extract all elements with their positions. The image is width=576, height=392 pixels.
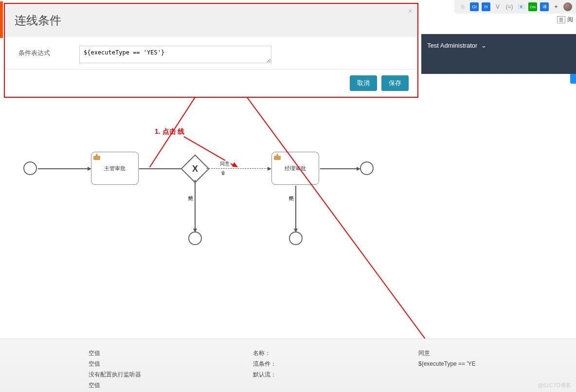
prop-flowcond-label[interactable]: 流条件： — [253, 358, 418, 369]
user-task-supervisor[interactable]: 主管审批 — [91, 152, 139, 185]
seq-flow-3[interactable] — [320, 168, 359, 169]
props-col-1: 空值 空值 没有配置执行监听器 空值 — [0, 348, 253, 391]
modal-title: 连线条件 — [15, 13, 408, 28]
properties-panel: 空值 空值 没有配置执行监听器 空值 名称： 流条件： 默认流： 同意 ${ex… — [0, 339, 576, 392]
app-header: Test Administrator ⌄ — [421, 34, 576, 74]
seq-flow-agree-head — [268, 167, 271, 171]
user-task-manager[interactable]: 经理审批 — [271, 152, 319, 185]
ext-icon-5[interactable]: 📧 — [517, 2, 525, 11]
prop-no-listener: 没有配置执行监听器 — [89, 369, 253, 380]
reader-mode-icon[interactable]: ☰ — [557, 16, 565, 23]
prop-default-label: 默认流： — [253, 369, 418, 380]
seq-flow-reject2[interactable] — [295, 186, 296, 231]
props-col-2: 名称： 流条件： 默认流： — [253, 348, 418, 391]
ext-icon-1[interactable]: Gt — [470, 2, 479, 11]
condition-expression-input[interactable] — [79, 46, 271, 63]
browser-extensions-bar: ☆ Gt H V (=) 📧 ON 译 ✦ — [454, 0, 576, 14]
task1-label: 主管审批 — [104, 165, 126, 172]
seq-flow-agree[interactable] — [206, 168, 270, 169]
seq-flow-2[interactable] — [139, 168, 185, 169]
gateway-x-icon: X — [185, 159, 205, 179]
end-event-reject2[interactable] — [289, 232, 303, 245]
browser-sub-bar: ☰ 阅 — [557, 16, 573, 24]
left-accent-strip — [0, 1, 3, 38]
prop-name-label: 名称： — [253, 348, 418, 358]
modal-body: 条件表达式 — [5, 37, 417, 69]
trash-icon[interactable]: 🗑 — [221, 170, 226, 176]
ext-icon-puzzle[interactable]: ✦ — [552, 2, 560, 11]
ext-icon-2[interactable]: H — [482, 2, 490, 11]
prop-empty-2: 空值 — [89, 358, 253, 369]
modal-header: 连线条件 × — [5, 4, 417, 37]
end-event-main[interactable] — [360, 161, 374, 175]
modal-footer: 取消 保存 — [5, 69, 417, 97]
ext-icon-3[interactable]: V — [493, 2, 502, 11]
seq-flow-1[interactable] — [38, 168, 90, 169]
anno-step2-line — [222, 63, 450, 373]
prop-empty-1: 空值 — [89, 348, 253, 358]
start-event[interactable] — [23, 161, 37, 175]
condition-expression-label: 条件表达式 — [18, 49, 50, 57]
end-event-reject1[interactable] — [188, 232, 202, 245]
ext-icon-on[interactable]: ON — [528, 2, 537, 11]
user-dropdown[interactable]: Test Administrator ⌄ — [427, 42, 486, 49]
exclusive-gateway[interactable]: X — [185, 159, 205, 179]
user-name: Test Administrator — [427, 42, 477, 49]
flow-condition-modal: 连线条件 × 条件表达式 取消 保存 — [4, 3, 418, 98]
task2-label: 经理审批 — [285, 165, 306, 172]
chevron-down-icon: ⌄ — [481, 42, 486, 49]
annotation-step1: 1. 点击 线 — [155, 127, 184, 136]
prop-flowcond-value[interactable]: ${executeType == 'YE — [418, 358, 576, 369]
flow-label-agree: 同意 — [219, 160, 231, 167]
ext-icon-4[interactable]: (=) — [505, 2, 514, 11]
bookmark-star-icon[interactable]: ☆ — [458, 2, 467, 11]
profile-avatar[interactable] — [563, 2, 572, 11]
ext-icon-translate[interactable]: 译 — [540, 2, 549, 11]
watermark: @51CTO博客 — [538, 382, 571, 389]
prop-name-value: 同意 — [418, 348, 576, 358]
cancel-button[interactable]: 取消 — [350, 75, 377, 91]
save-button[interactable]: 保存 — [381, 75, 409, 91]
seq-flow-reject1[interactable] — [195, 180, 196, 231]
reader-mode-label: 阅 — [567, 16, 573, 24]
close-icon[interactable]: × — [408, 7, 413, 16]
prop-empty-3: 空值 — [89, 380, 253, 391]
